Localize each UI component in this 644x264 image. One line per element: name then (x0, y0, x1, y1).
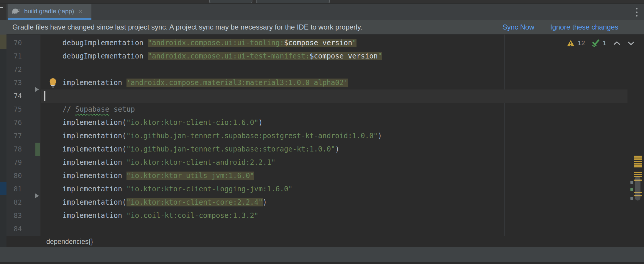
code-token: "io.ktor:ktor-client-logging-jvm:1.6.0" (126, 185, 293, 193)
lightbulb-icon[interactable] (49, 78, 57, 88)
code-token: implementation (45, 79, 126, 87)
chevron-up-icon[interactable] (613, 41, 620, 45)
code-token: " (352, 39, 356, 47)
tab-build-gradle[interactable]: build.gradle (:app) × (8, 4, 91, 18)
ok-count: 1 (603, 39, 606, 47)
gradle-elephant-icon (12, 8, 21, 14)
code-token: "io.ktor:ktor-utils-jvm:1.6.0" (126, 172, 254, 180)
left-strip-segment (0, 35, 6, 49)
code-line[interactable]: implementation("io.ktor:ktor-client-core… (41, 196, 627, 209)
code-token: implementation (45, 158, 126, 167)
code-token: "io.ktor:ktor-client-core:2.2.4" (126, 198, 263, 206)
breadcrumb-dependencies[interactable]: dependencies{} (46, 238, 93, 246)
warning-stripe-mark[interactable] (634, 163, 642, 164)
code-token: ) (258, 118, 262, 127)
code-rows: debugImplementation "androidx.compose.ui… (41, 36, 627, 236)
code-token: "io.coil-kt:coil-compose:1.3.2" (126, 211, 259, 220)
left-strip-segment (0, 20, 6, 35)
line-number[interactable]: 84 (6, 222, 22, 236)
line-number[interactable]: 79 (6, 156, 22, 169)
fold-arrow-icon[interactable] (35, 87, 39, 92)
line-number[interactable]: 73 (6, 76, 22, 89)
cutoff-dialog-button (256, 0, 330, 3)
gray-stripe-mark[interactable] (630, 197, 633, 200)
error-stripe (627, 35, 644, 236)
code-token: Supabase (75, 105, 109, 113)
code-token (45, 105, 63, 113)
gutter-change-bar (35, 143, 40, 156)
code-line[interactable]: implementation 'androidx.compose.materia… (41, 76, 627, 89)
line-number[interactable]: 81 (6, 182, 22, 196)
code-token: implementation( (45, 145, 126, 153)
code-token: "androidx.compose.ui:ui-tooling: (148, 39, 284, 47)
inspections-widget[interactable]: 12 1 (567, 39, 635, 48)
line-number[interactable]: 80 (6, 169, 22, 182)
code-token: ) (263, 198, 267, 206)
code-token: $compose_version (284, 39, 352, 47)
code-line[interactable]: // Supabase setup (41, 103, 627, 116)
code-line[interactable] (41, 63, 627, 76)
line-number[interactable]: 76 (6, 116, 22, 129)
ide-window: build.gradle (:app) × Gradle files have … (0, 0, 644, 264)
code-line[interactable]: implementation("io.github.jan-tennert.su… (41, 129, 627, 143)
warning-stripe-mark[interactable] (634, 172, 642, 173)
code-line[interactable] (41, 89, 627, 103)
gray-stripe-mark[interactable] (630, 181, 633, 184)
line-number[interactable]: 74 (6, 89, 22, 103)
left-strip-segment (0, 182, 6, 195)
line-number[interactable]: 77 (6, 129, 22, 143)
line-number[interactable]: 72 (6, 63, 22, 76)
fold-arrow-icon[interactable] (35, 193, 39, 198)
text-caret (44, 91, 45, 101)
code-line[interactable]: implementation("io.ktor:ktor-client-cio:… (41, 116, 627, 129)
top-window-strip (0, 0, 644, 4)
code-token: implementation( (45, 132, 126, 140)
code-line[interactable]: implementation "io.ktor:ktor-utils-jvm:1… (41, 169, 627, 182)
warning-stripe-mark[interactable] (634, 166, 642, 167)
code-line[interactable]: implementation "io.coil-kt:coil-compose:… (41, 209, 627, 222)
code-token: ) (335, 145, 339, 153)
close-icon[interactable]: × (78, 8, 83, 14)
code-line[interactable]: debugImplementation "androidx.compose.ui… (41, 36, 627, 50)
line-number[interactable]: 71 (6, 50, 22, 63)
scrollbar-thumb[interactable] (635, 176, 640, 201)
line-number[interactable]: 78 (6, 143, 22, 156)
code-token: 'androidx.compose.material3:material3:1.… (126, 79, 348, 87)
gutter-numbers: 707172737475767778798081828384 (6, 36, 22, 236)
code-token: ) (378, 132, 382, 140)
warning-stripe-mark[interactable] (634, 174, 642, 175)
code-token: "io.ktor:ktor-client-android:2.2.1" (126, 158, 276, 167)
warning-stripe-mark[interactable] (634, 157, 642, 159)
code-line[interactable] (41, 222, 627, 236)
code-token: setup (109, 105, 135, 113)
code-token: debugImplementation (45, 39, 148, 47)
editor-gutter: 707172737475767778798081828384 (6, 35, 40, 236)
warning-count: 12 (578, 39, 585, 47)
left-strip-segment (0, 4, 6, 20)
ignore-changes-link[interactable]: Ignore these changes (550, 23, 618, 31)
warning-stripe-mark[interactable] (634, 164, 642, 166)
line-number[interactable]: 70 (6, 36, 22, 50)
code-token: implementation( (45, 198, 126, 206)
panel-resize-dash[interactable] (0, 7, 3, 8)
kebab-menu-icon[interactable] (633, 6, 640, 19)
green-stripe-mark[interactable] (630, 188, 633, 191)
warning-stripe-mark[interactable] (634, 161, 642, 162)
code-token: "io.github.jan-tennert.supabase:storage-… (126, 145, 335, 153)
bottom-dock (0, 247, 644, 262)
code-line[interactable]: debugImplementation "androidx.compose.ui… (41, 50, 627, 63)
line-number[interactable]: 82 (6, 196, 22, 209)
warning-stripe-mark[interactable] (634, 159, 642, 160)
warning-triangle-icon (567, 40, 575, 47)
code-token: " (378, 52, 382, 60)
code-token: $compose_version (310, 52, 378, 60)
code-line[interactable]: implementation "io.ktor:ktor-client-logg… (41, 182, 627, 196)
sync-now-link[interactable]: Sync Now (502, 23, 534, 31)
code-line[interactable]: implementation "io.ktor:ktor-client-andr… (41, 156, 627, 169)
code-token: "io.ktor:ktor-client-cio:1.6.0" (126, 118, 259, 127)
line-number[interactable]: 75 (6, 103, 22, 116)
code-line[interactable]: implementation("io.github.jan-tennert.su… (41, 143, 627, 156)
line-number[interactable]: 83 (6, 209, 22, 222)
cutoff-dialog-button (209, 0, 252, 3)
warning-stripe-mark[interactable] (634, 156, 642, 157)
